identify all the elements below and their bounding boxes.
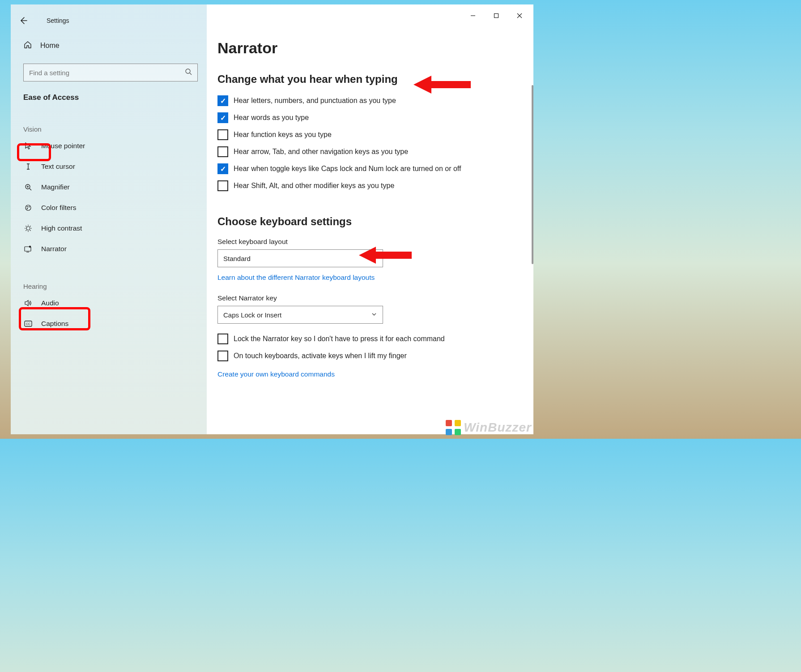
sidebar-item-label: High contrast (41, 224, 82, 232)
svg-point-10 (26, 227, 30, 230)
checkbox-hear-words[interactable] (217, 112, 228, 123)
svg-rect-25 (494, 14, 498, 18)
window-title: Settings (47, 17, 69, 24)
sidebar-item-label: Mouse pointer (41, 142, 85, 150)
watermark: WinBuzzer (446, 420, 532, 435)
svg-point-9 (27, 208, 28, 210)
svg-line-18 (30, 226, 31, 227)
svg-line-15 (26, 226, 27, 227)
svg-line-3 (30, 188, 31, 190)
checkbox-touch-keyboard-lift[interactable] (217, 351, 228, 361)
checkbox-label: Hear function keys as you type (234, 129, 332, 140)
scrollbar[interactable] (532, 85, 533, 264)
checkbox-label: Hear when toggle keys like Caps lock and… (234, 163, 461, 174)
checkbox-hear-toggle-keys[interactable] (217, 163, 228, 174)
svg-line-16 (30, 230, 31, 231)
keyboard-layout-dropdown[interactable]: Standard (217, 249, 383, 267)
checkbox-row: Hear when toggle keys like Caps lock and… (217, 163, 495, 174)
sidebar-item-color-filters[interactable]: Color filters (11, 197, 207, 218)
checkbox-row: Lock the Narrator key so I don't have to… (217, 334, 495, 344)
checkbox-label: Lock the Narrator key so I don't have to… (234, 334, 445, 344)
checkbox-label: Hear Shift, Alt, and other modifier keys… (234, 180, 394, 191)
search-box[interactable] (23, 64, 198, 81)
home-link[interactable]: Home (11, 30, 207, 51)
checkbox-row: Hear arrow, Tab, and other navigation ke… (217, 146, 495, 157)
svg-line-1 (190, 73, 192, 75)
sidebar-item-audio[interactable]: Audio (11, 293, 207, 313)
chevron-down-icon (371, 255, 377, 262)
group-label-hearing: Hearing (23, 282, 207, 290)
audio-icon (23, 299, 33, 307)
sidebar-item-magnifier[interactable]: Magnifier (11, 177, 207, 197)
svg-point-7 (27, 206, 28, 208)
checkbox-hear-function-keys[interactable] (217, 129, 228, 140)
checkbox-row: Hear words as you type (217, 112, 495, 123)
sidebar-item-high-contrast[interactable]: High contrast (11, 218, 207, 239)
svg-point-0 (186, 69, 190, 73)
checkbox-lock-narrator-key[interactable] (217, 334, 228, 344)
checkbox-label: Hear words as you type (234, 112, 309, 123)
maximize-button[interactable] (485, 8, 507, 23)
back-arrow-icon (19, 16, 28, 25)
svg-point-8 (29, 206, 30, 208)
checkbox-row: Hear letters, numbers, and punctuation a… (217, 95, 495, 106)
window-controls (462, 8, 531, 23)
section-title-typing: Change what you hear when typing (217, 73, 517, 86)
sidebar-item-label: Audio (41, 299, 59, 307)
narrator-icon (23, 245, 33, 253)
sidebar: Settings Home Ease of Access Vision Mous… (11, 4, 207, 434)
mouse-pointer-icon (23, 142, 33, 150)
checkbox-hear-navigation-keys[interactable] (217, 146, 228, 157)
sidebar-item-text-cursor[interactable]: Text cursor (11, 156, 207, 177)
titlebar: Settings (11, 12, 207, 30)
dropdown-value: Standard (223, 255, 251, 262)
settings-window: Settings Home Ease of Access Vision Mous… (11, 4, 533, 434)
chevron-down-icon (371, 311, 377, 319)
content-pane: Narrator Change what you hear when typin… (207, 4, 533, 434)
sidebar-item-label: Color filters (41, 204, 76, 212)
search-icon (185, 68, 192, 77)
watermark-logo-icon (446, 420, 461, 435)
svg-text:CC: CC (26, 322, 30, 325)
checkbox-hear-modifier-keys[interactable] (217, 180, 228, 191)
dropdown-value: Caps Lock or Insert (223, 311, 281, 319)
checkbox-label: Hear letters, numbers, and punctuation a… (234, 95, 396, 106)
category-header: Ease of Access (23, 93, 207, 102)
narrator-key-dropdown[interactable]: Caps Lock or Insert (217, 306, 383, 324)
checkbox-label: Hear arrow, Tab, and other navigation ke… (234, 146, 408, 157)
minimize-button[interactable] (462, 8, 484, 23)
create-commands-link[interactable]: Create your own keyboard commands (217, 370, 335, 378)
close-button[interactable] (508, 8, 531, 23)
text-cursor-icon (23, 163, 33, 171)
sidebar-item-mouse-pointer[interactable]: Mouse pointer (11, 136, 207, 156)
sidebar-item-captions[interactable]: CC Captions (11, 313, 207, 334)
sidebar-item-label: Magnifier (41, 183, 70, 191)
captions-icon: CC (23, 320, 33, 327)
home-icon (23, 40, 32, 51)
checkbox-label: On touch keyboards, activate keys when I… (234, 351, 407, 361)
sidebar-item-label: Text cursor (41, 163, 75, 171)
search-input[interactable] (29, 69, 185, 77)
magnifier-icon (23, 183, 33, 191)
checkbox-row: On touch keyboards, activate keys when I… (217, 351, 495, 361)
section-title-keyboard: Choose keyboard settings (217, 215, 517, 228)
home-label: Home (40, 42, 60, 50)
checkbox-hear-letters[interactable] (217, 95, 228, 106)
learn-layouts-link[interactable]: Learn about the different Narrator keybo… (217, 274, 375, 282)
page-title: Narrator (217, 39, 517, 57)
keyboard-layout-label: Select keyboard layout (217, 238, 517, 246)
checkbox-row: Hear Shift, Alt, and other modifier keys… (217, 180, 495, 191)
sidebar-item-label: Captions (41, 320, 68, 328)
sidebar-item-narrator[interactable]: Narrator (11, 239, 207, 259)
svg-point-21 (29, 246, 31, 248)
svg-point-6 (26, 205, 31, 210)
narrator-key-label: Select Narrator key (217, 294, 517, 302)
sidebar-item-label: Narrator (41, 245, 67, 253)
checkbox-row: Hear function keys as you type (217, 129, 495, 140)
high-contrast-icon (23, 224, 33, 232)
color-filters-icon (23, 204, 33, 212)
group-label-vision: Vision (23, 125, 207, 133)
watermark-text: WinBuzzer (464, 420, 532, 435)
back-button[interactable] (14, 12, 32, 30)
svg-line-17 (26, 230, 27, 231)
